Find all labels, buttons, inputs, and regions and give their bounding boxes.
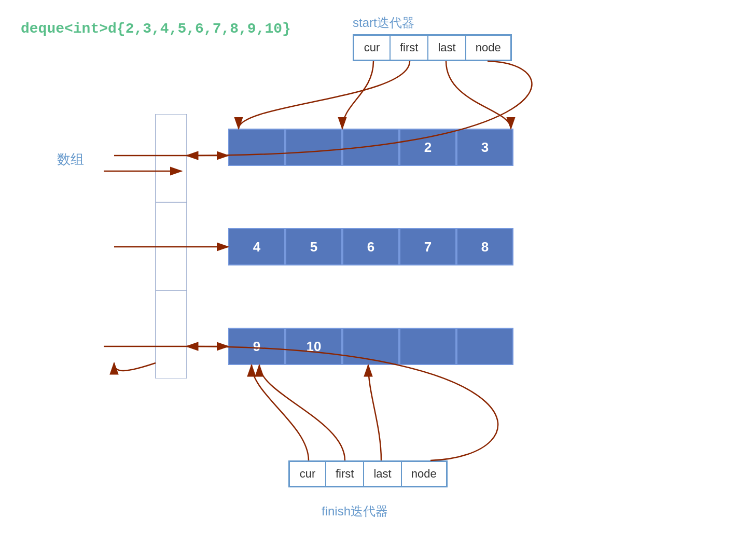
- buf2-cell2: 6: [342, 228, 399, 265]
- buf2-cell0: 4: [228, 228, 285, 265]
- map-structure: [140, 114, 202, 379]
- code-label: deque<int>d{2,3,4,5,6,7,8,9,10}: [21, 21, 291, 37]
- buf1-cell1: [285, 129, 342, 166]
- buf1-cell3: 2: [399, 129, 456, 166]
- buf3-cell2: [342, 328, 399, 365]
- buffer-row-3: 9 10: [228, 328, 513, 365]
- buf3-cell0: 9: [228, 328, 285, 365]
- buf2-cell4: 8: [456, 228, 513, 265]
- main-canvas: deque<int>d{2,3,4,5,6,7,8,9,10} start迭代器…: [0, 0, 751, 560]
- start-iter-label: start迭代器: [353, 15, 414, 31]
- finish-iter-node: node: [401, 461, 447, 486]
- buf3-cell3: [399, 328, 456, 365]
- buffer-row-2: 4 5 6 7 8: [228, 228, 513, 265]
- map-label: 数组: [57, 150, 84, 169]
- buf2-cell3: 7: [399, 228, 456, 265]
- buf3-cell4: [456, 328, 513, 365]
- start-iter-node: node: [466, 35, 511, 60]
- finish-iterator-box: cur first last node: [288, 460, 448, 487]
- start-iterator-box: cur first last node: [353, 34, 512, 61]
- finish-iter-last: last: [364, 461, 401, 486]
- buf1-cell4: 3: [456, 129, 513, 166]
- start-iter-first: first: [390, 35, 428, 60]
- buf1-cell0: [228, 129, 285, 166]
- buffer-row-1: 2 3: [228, 129, 513, 166]
- start-iter-cur: cur: [354, 35, 390, 60]
- finish-iter-label: finish迭代器: [322, 503, 388, 520]
- buf1-cell2: [342, 129, 399, 166]
- buf2-cell1: 5: [285, 228, 342, 265]
- finish-iter-first: first: [326, 461, 364, 486]
- start-iter-last: last: [428, 35, 465, 60]
- finish-iter-cur: cur: [289, 461, 326, 486]
- buf3-cell1: 10: [285, 328, 342, 365]
